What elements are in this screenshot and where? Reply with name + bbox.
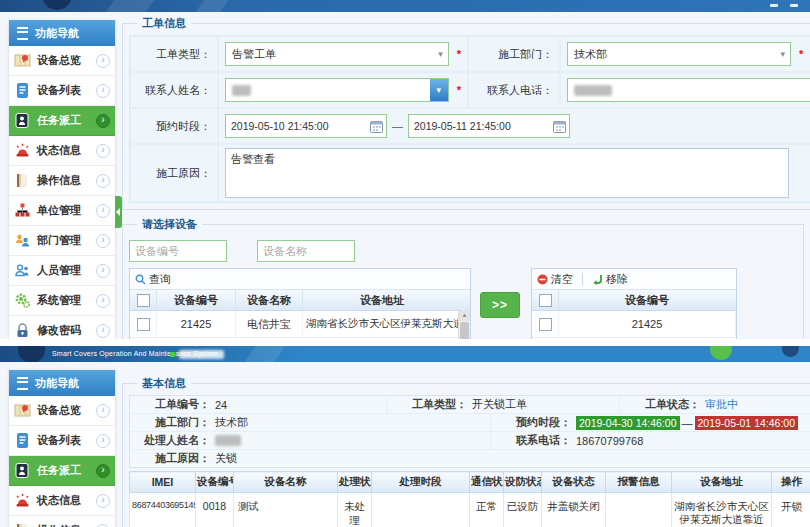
end-time-input[interactable] (414, 120, 532, 132)
unit-org-icon (14, 202, 31, 219)
operation-log-icon (14, 522, 31, 527)
sidebar-item-task-dispatch[interactable]: 任务派工 › (9, 106, 115, 136)
screenshot-bottom: Smart Covers Operation And Maintenance S… (0, 346, 810, 527)
settings-circle-icon[interactable] (782, 346, 799, 357)
chevron-right-icon: › (96, 294, 110, 308)
sidebar-item-device-overview[interactable]: 设备总览 › (9, 46, 115, 76)
contact-name-field: ███ ▾ * (218, 72, 468, 108)
sidebar-header-label: 功能导航 (35, 26, 79, 41)
task-dispatch-icon (14, 112, 31, 129)
device-name-filter-input[interactable] (257, 240, 355, 262)
selected-devices-toolbar: 清空 移除 (532, 269, 736, 290)
contact-phone-cell: 联系电话： 18670799768 (491, 432, 810, 449)
cell-device-name: 测试 (234, 493, 338, 527)
column-header-device-code: 设备编号 (196, 472, 234, 493)
sidebar-item-department-management[interactable]: 部门管理 › (9, 226, 115, 256)
sidebar-header-label: 功能导航 (35, 376, 79, 391)
contact-name-combobox[interactable]: ███ ▾ (225, 78, 449, 102)
sidebar-item-task-dispatch[interactable]: 任务派工 › (9, 456, 115, 486)
order-number-value: 24 (215, 399, 227, 411)
chevron-down-icon: ▾ (438, 49, 443, 59)
chevron-right-icon: › (96, 114, 110, 128)
sidebar-item-device-overview[interactable]: 设备总览 › (9, 396, 115, 426)
contact-phone-field: ██████ * (560, 72, 810, 108)
sidebar-item-label: 任务派工 (37, 463, 81, 478)
contact-phone-redacted-value: ██████ (574, 85, 612, 96)
clear-minus-icon (537, 274, 548, 285)
start-time-input[interactable] (231, 120, 349, 132)
move-selected-button[interactable]: >> (480, 292, 520, 318)
column-header-imei: IMEI (130, 472, 196, 493)
password-lock-icon (14, 322, 31, 339)
clear-button[interactable]: 清空 (537, 272, 573, 287)
row-checkbox[interactable] (137, 318, 150, 331)
sidebar-item-system-management[interactable]: 系统管理 › (9, 286, 115, 316)
menu-icon (17, 27, 28, 40)
device-select-legend: 请选择设备 (137, 217, 202, 232)
cell-device-address: 湖南省长沙市天心区伊莱克斯大道靠近 (672, 493, 772, 527)
contact-phone-value: 18670799768 (576, 435, 643, 447)
sidebar-item-device-list[interactable]: 设备列表 › (9, 76, 115, 106)
sidebar-item-operation-info[interactable]: 操作信息 › (9, 516, 115, 527)
sidebar-item-change-password[interactable]: 修改密码 › (9, 316, 115, 339)
calendar-icon[interactable] (553, 120, 566, 133)
required-mark: * (799, 48, 803, 60)
online-status-icon (170, 352, 175, 357)
sidebar-item-unit-management[interactable]: 单位管理 › (9, 196, 115, 226)
sidebar-item-device-list[interactable]: 设备列表 › (9, 426, 115, 456)
device-code-filter-input[interactable] (129, 240, 227, 262)
chevron-right-icon: › (96, 434, 110, 448)
sidebar-navigation: 功能导航 设备总览 › 设备列表 › 任务派工 › 状态信息 › 操作信息 › (8, 20, 116, 339)
select-all-checkbox[interactable] (137, 294, 150, 307)
sidebar-item-status-info[interactable]: 状态信息 › (9, 486, 115, 516)
cell-device-code: 0018 (196, 493, 234, 527)
department-icon (14, 232, 31, 249)
query-button-label: 查询 (149, 272, 171, 287)
table-row: 868744036951493 0018 测试 未处理 正常 已设防 井盖锁关闭… (130, 493, 810, 527)
sidebar-item-label: 部门管理 (37, 233, 81, 248)
row-checkbox[interactable] (539, 318, 552, 331)
order-number-label: 工单编号： (130, 397, 210, 412)
contact-phone-input[interactable]: ██████ (567, 78, 810, 102)
contact-phone-label: 联系人电话： (468, 72, 560, 108)
header-button-fragment[interactable] (790, 4, 798, 7)
combobox-dropdown-button[interactable]: ▾ (430, 79, 448, 101)
unlock-action[interactable]: 开锁 (772, 493, 810, 527)
chevron-right-icon: › (96, 324, 110, 338)
vertical-scrollbar[interactable]: ▲ (458, 310, 470, 339)
work-order-legend: 工单信息 (137, 16, 191, 31)
search-icon (135, 274, 146, 285)
scroll-up-arrow[interactable]: ▲ (459, 310, 470, 321)
contact-phone-label: 联系电话： (491, 433, 571, 448)
sidebar-collapse-handle[interactable] (115, 196, 122, 228)
scrollbar-thumb[interactable] (460, 322, 469, 339)
remove-button[interactable]: 移除 (592, 272, 628, 287)
select-all-checkbox[interactable] (539, 294, 552, 307)
sidebar-item-personnel-management[interactable]: 人员管理 › (9, 256, 115, 286)
info-row: 施工部门： 技术部 预约时段： 2019-04-30 14:46:00 — 20… (130, 414, 810, 432)
device-list-icon (14, 82, 31, 99)
cell-device-name: 电信井宝 (236, 311, 303, 337)
required-mark: * (457, 48, 461, 60)
personnel-icon (14, 262, 31, 279)
remove-button-label: 移除 (606, 272, 628, 287)
sidebar-item-operation-info[interactable]: 操作信息 › (9, 166, 115, 196)
construction-dept-select[interactable]: 技术部 ▾ (567, 42, 791, 66)
sidebar-item-label: 设备总览 (37, 53, 81, 68)
end-time-picker[interactable] (408, 114, 570, 138)
query-button[interactable]: 查询 (135, 272, 171, 287)
header-button-fragment[interactable] (770, 4, 778, 7)
basic-info-grid: 工单编号： 24 工单类型： 开关锁工单 工单状态： 审批中 施工部门： (129, 395, 810, 468)
work-type-select[interactable]: 告警工单 ▾ (225, 42, 449, 66)
user-avatar-icon[interactable] (710, 346, 732, 360)
table-row: 21425 电信井宝 湖南省长沙市天心区伊莱克斯大道靠近新兴科技产业园 (130, 311, 470, 338)
column-header-device-code: 设备编号 (157, 290, 236, 310)
calendar-icon[interactable] (370, 120, 383, 133)
work-type-label: 工单类型： (130, 36, 218, 72)
start-time-picker[interactable] (225, 114, 387, 138)
sidebar-item-status-info[interactable]: 状态信息 › (9, 136, 115, 166)
app-header-bar (0, 0, 810, 12)
header-decoration (106, 0, 154, 12)
end-time-badge: 2019-05-01 14:46:00 (695, 416, 799, 430)
construction-reason-textarea[interactable]: 告警查看 (225, 148, 789, 198)
